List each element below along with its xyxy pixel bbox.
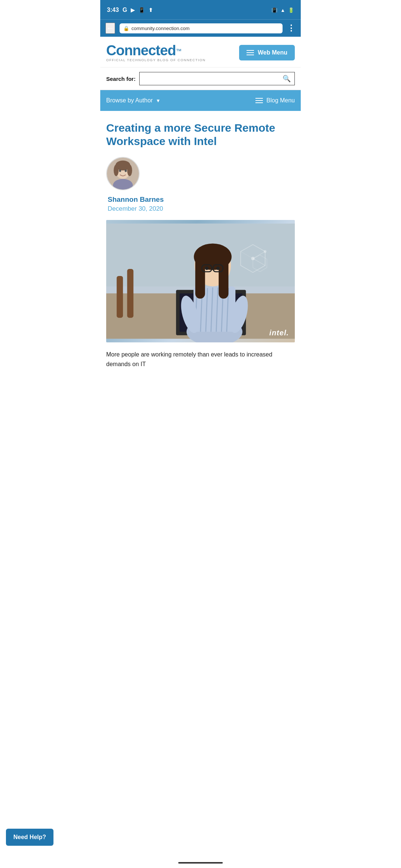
status-bar: 3:43 G ▶ 📱 ⬆ 📳 ▲ 🔋 xyxy=(100,0,301,19)
logo-tagline: OFFICIAL TECHNOLOGY BLOG OF CONNECTION xyxy=(106,58,206,62)
more-options-button[interactable]: ⋮ xyxy=(287,23,296,33)
svg-point-3 xyxy=(114,165,118,176)
search-button[interactable]: 🔍 xyxy=(283,75,291,83)
svg-point-6 xyxy=(125,170,127,172)
svg-rect-12 xyxy=(127,269,133,318)
author-section: Shannon Barnes December 30, 2020 xyxy=(106,157,295,213)
search-label: Search for: xyxy=(106,76,136,82)
browse-author-label: Browse by Author xyxy=(106,97,153,104)
google-icon: G xyxy=(123,7,127,13)
svg-point-34 xyxy=(216,266,219,270)
author-avatar xyxy=(106,157,140,190)
author-info: Shannon Barnes December 30, 2020 xyxy=(106,195,164,213)
browser-bar: ← 🔒 community.connection.com ⋮ xyxy=(100,19,301,37)
blog-menu-label: Blog Menu xyxy=(267,97,295,104)
web-menu-button[interactable]: Web Menu xyxy=(239,45,295,60)
vibrate-icon: 📳 xyxy=(271,7,277,13)
svg-point-33 xyxy=(205,266,208,270)
time-display: 3:43 xyxy=(107,7,119,13)
hamburger-icon xyxy=(247,50,254,55)
blog-nav-bar: Browse by Author ▼ Blog Menu xyxy=(100,90,301,111)
site-logo: Connected™ OFFICIAL TECHNOLOGY BLOG OF C… xyxy=(106,43,206,62)
search-input-wrap: 🔍 xyxy=(139,72,295,85)
search-bar: Search for: 🔍 xyxy=(100,68,301,90)
url-bar[interactable]: 🔒 community.connection.com xyxy=(120,23,283,33)
svg-point-4 xyxy=(127,165,132,176)
svg-rect-29 xyxy=(219,257,228,299)
blog-menu-button[interactable]: Blog Menu xyxy=(255,97,295,104)
svg-rect-11 xyxy=(117,276,123,318)
back-button[interactable]: ← xyxy=(105,23,115,34)
dropdown-arrow-icon: ▼ xyxy=(156,98,160,103)
author-name: Shannon Barnes xyxy=(108,195,164,204)
url-text: community.connection.com xyxy=(131,26,190,31)
web-menu-label: Web Menu xyxy=(258,49,287,56)
play-store-icon: ▶ xyxy=(131,7,135,13)
status-time-group: 3:43 G ▶ 📱 ⬆ xyxy=(107,7,153,13)
intel-badge: intel. xyxy=(269,329,289,337)
svg-rect-28 xyxy=(195,257,205,299)
svg-point-5 xyxy=(119,170,121,172)
wifi-icon: ▲ xyxy=(280,7,285,13)
site-header: Connected™ OFFICIAL TECHNOLOGY BLOG OF C… xyxy=(100,37,301,68)
browse-by-author-button[interactable]: Browse by Author ▼ xyxy=(106,97,160,104)
upload-icon: ⬆ xyxy=(149,7,153,13)
status-indicators: 📳 ▲ 🔋 xyxy=(271,7,294,13)
phone-icon: 📱 xyxy=(138,7,145,13)
battery-icon: 🔋 xyxy=(288,7,294,13)
featured-image-svg xyxy=(106,220,295,342)
blog-menu-hamburger-icon xyxy=(255,98,263,103)
article-date: December 30, 2020 xyxy=(108,205,164,213)
article-title: Creating a more Secure Remote Workspace … xyxy=(106,121,295,148)
logo-text: Connected™ xyxy=(106,43,206,57)
search-input[interactable] xyxy=(143,76,283,82)
featured-image: intel. xyxy=(106,220,295,342)
lock-icon: 🔒 xyxy=(123,26,129,31)
article-excerpt: More people are working remotely than ev… xyxy=(106,350,295,369)
main-content: Creating a more Secure Remote Workspace … xyxy=(100,111,301,376)
